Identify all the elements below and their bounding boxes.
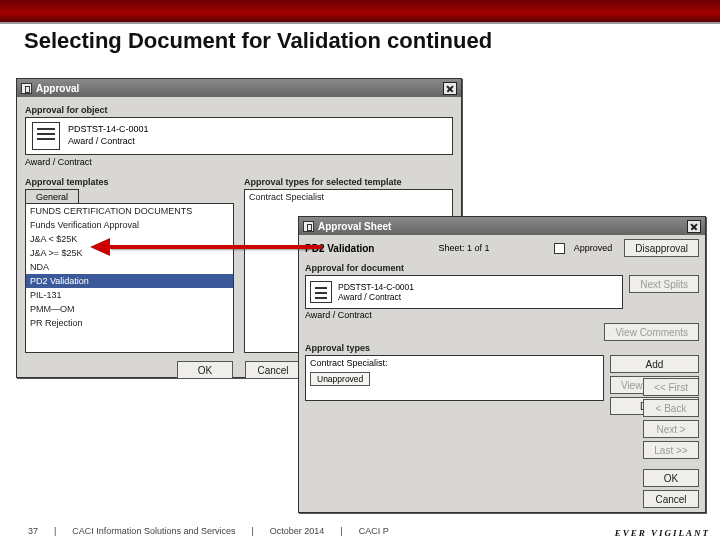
ok-button[interactable]: OK bbox=[177, 361, 233, 379]
list-item[interactable]: PIL-131 bbox=[26, 288, 233, 302]
back-button[interactable]: < Back bbox=[643, 399, 699, 417]
approval-title-text: Approval bbox=[36, 83, 443, 94]
approved-label: Approved bbox=[574, 243, 613, 253]
approval-titlebar: Approval bbox=[17, 79, 461, 97]
slide-footer: 37 | CACI Information Solutions and Serv… bbox=[0, 522, 720, 540]
sheet-row-label: Contract Specialist: bbox=[310, 358, 599, 368]
callout-arrow-head bbox=[90, 238, 110, 256]
tab-general[interactable]: General bbox=[25, 189, 79, 203]
add-button[interactable]: Add bbox=[610, 355, 699, 373]
page-number: 37 bbox=[28, 526, 38, 536]
list-item[interactable]: NDA bbox=[26, 260, 233, 274]
last-button[interactable]: Last >> bbox=[643, 441, 699, 459]
close-icon[interactable] bbox=[443, 82, 457, 95]
section-approval-templates: Approval templates bbox=[25, 177, 234, 187]
section-approval-types: Approval types for selected template bbox=[244, 177, 453, 187]
approval-templates-list[interactable]: FUNDS CERTIFICATION DOCUMENTSFunds Verif… bbox=[25, 203, 234, 353]
disapproval-button[interactable]: Disapproval bbox=[624, 239, 699, 257]
footer-org: CACI Information Solutions and Services bbox=[72, 526, 235, 536]
section-approval-for-document: Approval for document bbox=[305, 263, 699, 273]
first-button[interactable]: << First bbox=[643, 378, 699, 396]
sheet-title-text: Approval Sheet bbox=[318, 221, 687, 232]
object-desc: Award / Contract bbox=[68, 136, 149, 148]
section-approval-for-object: Approval for object bbox=[25, 105, 453, 115]
list-item[interactable]: Funds Verification Approval bbox=[26, 218, 233, 232]
sheet-object-sidecaption: Award / Contract bbox=[305, 310, 699, 320]
list-item[interactable]: FUNDS CERTIFICATION DOCUMENTS bbox=[26, 204, 233, 218]
footer-prop: CACI P bbox=[359, 526, 389, 536]
sheet-ok-button[interactable]: OK bbox=[643, 469, 699, 487]
document-icon bbox=[32, 122, 60, 150]
document-icon bbox=[310, 281, 332, 303]
sheet-object-id: PDSTST-14-C-0001 bbox=[338, 282, 414, 292]
sheet-titlebar: Approval Sheet bbox=[299, 217, 705, 235]
next-splits-button[interactable]: Next Splits bbox=[629, 275, 699, 293]
footer-date: October 2014 bbox=[270, 526, 325, 536]
list-item[interactable]: PR Rejection bbox=[26, 316, 233, 330]
view-comments-button[interactable]: View Comments bbox=[604, 323, 699, 341]
list-item[interactable]: PD2 Validation bbox=[26, 274, 233, 288]
window-icon bbox=[303, 221, 314, 232]
section-sheet-approval-types: Approval types bbox=[305, 343, 699, 353]
slide-title: Selecting Document for Validation contin… bbox=[24, 28, 492, 54]
callout-arrow bbox=[110, 245, 322, 249]
object-sidecaption: Award / Contract bbox=[25, 157, 453, 167]
sheet-row-value: Unapproved bbox=[310, 372, 370, 386]
footer-tagline: EVER VIGILANT bbox=[615, 528, 710, 538]
approval-sheet-window: Approval Sheet PD2 Validation Sheet: 1 o… bbox=[298, 216, 706, 513]
slide-red-bar bbox=[0, 0, 720, 24]
next-button[interactable]: Next > bbox=[643, 420, 699, 438]
list-item[interactable]: Contract Specialist bbox=[245, 190, 452, 204]
sheet-counter: Sheet: 1 of 1 bbox=[380, 243, 547, 253]
sheet-cancel-button[interactable]: Cancel bbox=[643, 490, 699, 508]
list-item[interactable]: J&A < $25K bbox=[26, 232, 233, 246]
object-id: PDSTST-14-C-0001 bbox=[68, 124, 149, 136]
cancel-button[interactable]: Cancel bbox=[245, 361, 301, 379]
list-item[interactable]: PMM—OM bbox=[26, 302, 233, 316]
window-icon bbox=[21, 83, 32, 94]
sheet-object-desc: Award / Contract bbox=[338, 292, 414, 302]
close-icon[interactable] bbox=[687, 220, 701, 233]
approved-checkbox[interactable] bbox=[554, 243, 565, 254]
